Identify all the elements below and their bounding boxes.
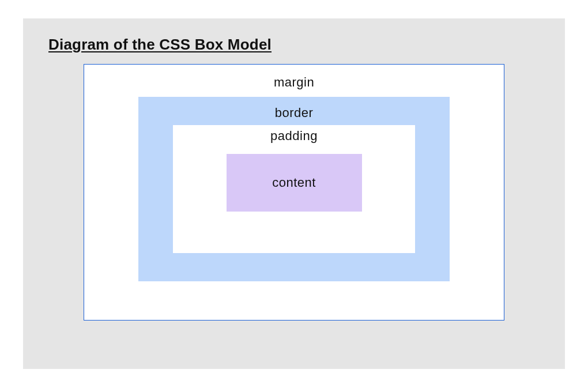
padding-layer: padding content	[173, 125, 415, 253]
content-label: content	[272, 175, 316, 190]
padding-label: padding	[173, 129, 415, 144]
border-label: border	[138, 105, 450, 120]
margin-layer: margin border padding content	[84, 64, 504, 321]
diagram-title: Diagram of the CSS Box Model	[48, 36, 540, 54]
content-layer: content	[227, 154, 362, 212]
diagram-panel: Diagram of the CSS Box Model margin bord…	[23, 18, 565, 369]
diagram-container: margin border padding content	[48, 64, 540, 321]
border-layer: border padding content	[138, 97, 450, 281]
margin-label: margin	[84, 75, 504, 90]
